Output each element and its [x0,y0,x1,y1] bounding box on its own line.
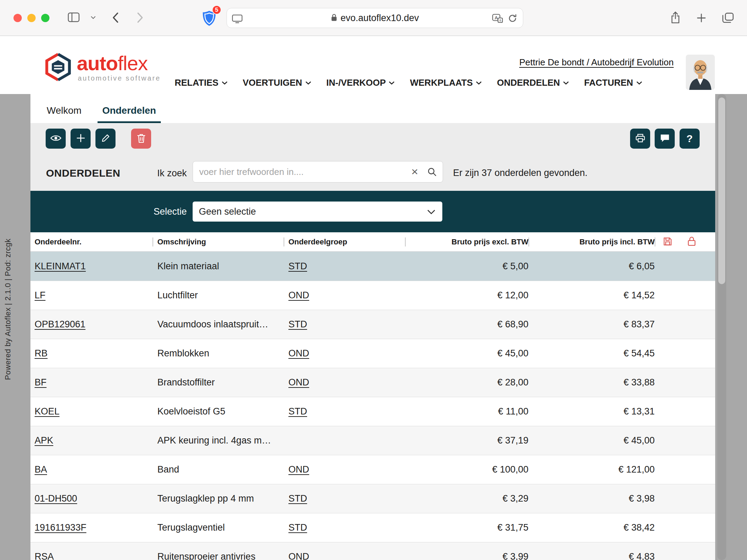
table-row[interactable]: 01-DH500 Terugslagklep pp 4 mm STD € 3,2… [30,484,715,513]
part-group-link[interactable]: STD [288,319,307,329]
edit-button[interactable] [95,129,116,149]
part-number-link[interactable]: OPB129061 [35,319,85,329]
price-incl-value: € 14,52 [529,290,655,301]
part-number-link[interactable]: BF [35,377,47,388]
print-button[interactable] [630,129,650,149]
nav-item[interactable]: VOERTUIGEN [243,77,311,88]
search-icon[interactable] [427,167,437,178]
url-text[interactable]: evo.autoflex10.dev [341,13,419,24]
question-mark-icon: ? [686,133,693,144]
delete-button[interactable] [131,129,151,149]
column-header-group[interactable]: Onderdeelgroep [284,232,406,252]
column-header-price-incl[interactable]: Bruto prijs incl. BTW [529,232,655,252]
search-input[interactable] [193,161,443,183]
lock-icon[interactable] [688,236,696,248]
tab-welkom[interactable]: Welkom [46,105,82,123]
back-button[interactable] [112,12,119,23]
tab-overview-icon[interactable] [722,12,734,24]
table-row[interactable]: BF Brandstoffilter OND € 28,00 € 33,88 [30,368,715,397]
minimize-window-button[interactable] [27,14,36,22]
view-button[interactable] [46,129,66,149]
part-group-link[interactable]: OND [288,464,309,475]
table-row[interactable]: 191611933F Terugslagventiel STD € 31,75 … [30,513,715,542]
fullscreen-window-button[interactable] [41,14,49,22]
eye-icon [50,134,62,143]
part-group-link[interactable]: OND [288,377,309,388]
user-account-link[interactable]: Pettrie De bondt / Autobedrijf Evolution [519,57,674,68]
part-number-link[interactable]: RSA [35,551,54,560]
selection-dropdown[interactable]: Geen selectie [193,202,442,222]
table-row[interactable]: RB Remblokken OND € 45,00 € 54,45 [30,339,715,368]
nav-item[interactable]: IN-/VERKOOP [326,77,395,88]
autoflex-logo-icon [44,52,72,84]
sidebar-toggle-icon[interactable] [68,12,80,22]
selection-label: Selectie [113,206,187,217]
content-blocker-shield-icon[interactable]: 5 [201,10,217,27]
chevron-down-icon[interactable] [91,16,96,19]
nav-item[interactable]: RELATIES [175,77,228,88]
selection-value: Geen selectie [199,206,256,217]
price-incl-value: € 121,00 [529,464,655,475]
part-number-link[interactable]: LF [35,290,46,300]
part-number-link[interactable]: KLEINMAT1 [35,261,86,271]
new-tab-icon[interactable] [697,13,706,23]
toolbar: ? ONDERDELEN Ik zoek × Er zijn 37 onderd… [30,123,715,191]
address-bar[interactable]: evo.autoflex10.dev Aa [227,8,523,28]
nav-item[interactable]: FACTUREN [584,77,642,88]
table-header-icons [655,232,715,252]
part-number-link[interactable]: KOEL [35,406,59,417]
part-group-link[interactable]: STD [288,493,307,504]
autoflex-logo-text: autoflex automotive software [77,53,161,82]
table-row[interactable]: BA Band OND € 100,00 € 121,00 [30,455,715,484]
autoflex-logo[interactable]: autoflex automotive software [44,52,161,84]
part-number-link[interactable]: RB [35,348,48,358]
column-header-nr[interactable]: Onderdeelnr. [30,232,153,252]
reload-icon[interactable] [508,13,517,23]
table-row[interactable]: APK APK keuring incl. 4gas m… € 37,19 € … [30,426,715,455]
part-group-link[interactable]: OND [288,290,309,300]
table-header: Onderdeelnr. Omschrijving Onderdeelgroep… [30,232,715,252]
results-count-text: Er zijn 37 onderdelen gevonden. [453,168,588,178]
price-excl-value: € 12,00 [406,290,529,301]
nav-item-label: WERKPLAATS [410,77,473,88]
column-header-description[interactable]: Omschrijving [153,232,284,252]
part-group-link[interactable]: OND [288,348,309,358]
part-number-link[interactable]: APK [35,435,53,446]
share-icon[interactable] [670,11,681,24]
column-header-price-excl[interactable]: Bruto prijs excl. BTW [406,232,529,252]
translate-icon[interactable]: Aa [492,14,503,23]
close-window-button[interactable] [13,14,22,22]
save-icon[interactable] [663,237,672,248]
nav-item[interactable]: ONDERDELEN [497,77,569,88]
table-row[interactable]: OPB129061 Vacuumdoos inlaatspruit… STD €… [30,310,715,339]
part-description: APK keuring incl. 4gas m… [153,435,284,446]
price-excl-value: € 68,90 [406,319,529,330]
part-number-link[interactable]: 01-DH500 [35,493,77,504]
part-group-link[interactable]: STD [288,406,307,417]
add-button[interactable] [71,129,91,149]
user-avatar[interactable] [686,55,715,91]
tab-onderdelen[interactable]: Onderdelen [98,105,161,123]
table-row[interactable]: KOEL Koelvloeistof G5 STD € 11,00 € 13,3… [30,397,715,426]
page-tabs: Welkom Onderdelen [30,94,715,123]
price-incl-value: € 3,98 [529,493,655,504]
price-excl-value: € 100,00 [406,464,529,475]
chat-button[interactable] [655,129,675,149]
help-button[interactable]: ? [680,129,700,149]
part-group-link[interactable]: STD [288,522,307,533]
table-row[interactable]: KLEINMAT1 Klein materiaal STD € 5,00 € 6… [30,252,715,281]
part-group-link[interactable]: OND [288,551,309,560]
part-group-link[interactable]: STD [288,261,307,271]
lock-icon [331,13,337,23]
part-number-link[interactable]: 191611933F [35,522,86,533]
price-excl-value: € 28,00 [406,377,529,388]
table-row[interactable]: RSA Ruitensproeier antivries OND € 3,99 … [30,542,715,560]
table-row[interactable]: LF Luchtfilter OND € 12,00 € 14,52 [30,281,715,310]
part-description: Band [153,464,284,475]
clear-search-icon[interactable]: × [411,165,418,178]
scrollbar-thumb[interactable] [718,97,725,284]
nav-item[interactable]: WERKPLAATS [410,77,482,88]
price-excl-value: € 3,29 [406,493,529,504]
part-number-link[interactable]: BA [35,464,47,475]
forward-button[interactable] [137,12,144,23]
